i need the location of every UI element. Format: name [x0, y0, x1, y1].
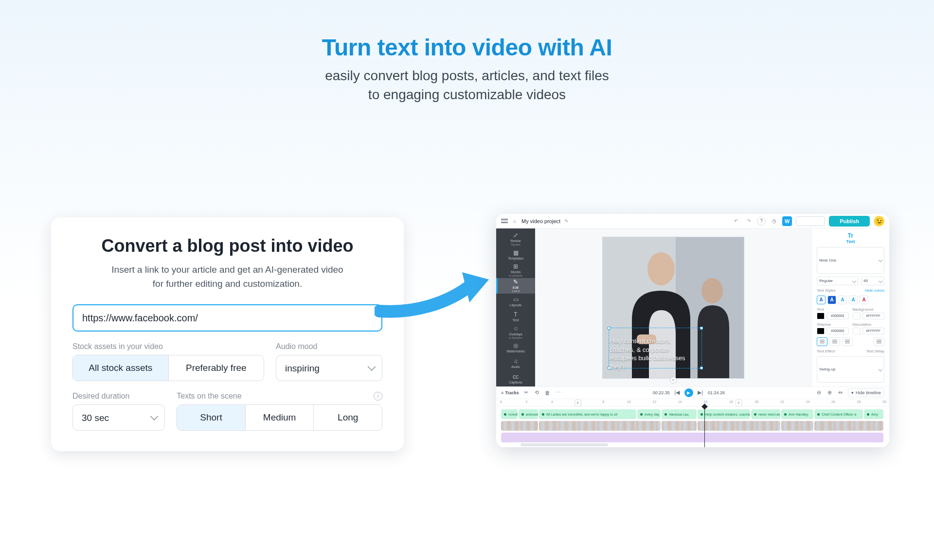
sidebar-item-resize[interactable]: ⤢ResizeSquare: [496, 231, 535, 247]
project-name[interactable]: My video project: [521, 218, 560, 224]
svg-point-4: [701, 278, 723, 303]
zoom-out-icon[interactable]: ⊖: [816, 389, 823, 396]
sidebar-item-stocks[interactable]: ⊞Stocks& Uploads: [496, 262, 535, 278]
zoom-in-icon[interactable]: ⊕: [826, 389, 833, 396]
sidebar-item-watermarks[interactable]: ◎Watermarks: [496, 340, 535, 355]
menu-icon[interactable]: [501, 219, 508, 223]
add-clip-icon[interactable]: +: [575, 400, 581, 406]
rename-icon[interactable]: ✎: [564, 218, 568, 224]
feedback-icon[interactable]: 😉: [874, 216, 884, 227]
align-center-button[interactable]: [829, 337, 840, 346]
timeline-ruler[interactable]: 024681012141618202224262830: [496, 399, 889, 406]
size-select[interactable]: 80: [861, 277, 884, 285]
editor-canvas[interactable]: Help content creators, coaches, & corpor…: [535, 228, 811, 386]
text-effect-select[interactable]: Swing-up: [817, 356, 884, 383]
text-clip[interactable]: never need an: [751, 409, 780, 419]
workspace-button[interactable]: W: [782, 216, 792, 226]
hide-colors-link[interactable]: Hide colors: [865, 288, 884, 293]
add-element-icon[interactable]: +: [670, 377, 677, 384]
playhead[interactable]: [704, 406, 705, 447]
text-clip[interactable]: Chief Content Officer a: [814, 409, 863, 419]
current-time: 00:22.35: [653, 390, 670, 395]
sidebar-item-templates[interactable]: ▦Templates: [496, 247, 535, 262]
text-clip[interactable]: Ann Handley.: [781, 409, 813, 419]
text-clip[interactable]: Amy: [864, 409, 883, 419]
shadow-color-hex[interactable]: #000000: [826, 328, 849, 334]
info-icon[interactable]: i: [374, 392, 382, 401]
timeline-controls: ≡ Tracks ✂ ⟲ 🗑 ⋯ 00:22.35 |◀ ▶ ▶| 01:24.…: [496, 387, 889, 399]
decoration-color-hex[interactable]: #FFFFFF: [862, 328, 885, 334]
text-color-hex[interactable]: #000000: [826, 313, 849, 319]
style-swatch[interactable]: A: [849, 296, 858, 304]
duration-select[interactable]: 30 sec: [72, 404, 165, 431]
sidebar-item-captions[interactable]: ccCaptions: [496, 371, 535, 386]
timeline-body[interactable]: ncredibleacknowleAll Ladies are incredib…: [496, 406, 889, 447]
style-swatch[interactable]: A: [860, 296, 868, 304]
font-select[interactable]: Nixie One: [817, 247, 884, 274]
video-clip[interactable]: [662, 421, 697, 431]
text-clip[interactable]: every day: [637, 409, 661, 419]
video-clip[interactable]: [814, 421, 883, 431]
video-frame[interactable]: Help content creators, coaches, & corpor…: [603, 237, 744, 378]
text-clip[interactable]: acknowle: [519, 409, 538, 419]
stock-option-all[interactable]: All stock assets: [73, 355, 168, 381]
text-clip[interactable]: Help content creators, coaches: [698, 409, 750, 419]
workspace-dropdown[interactable]: [796, 216, 825, 226]
hide-timeline-toggle[interactable]: ▾ Hide timeline: [848, 388, 884, 397]
align-right-button[interactable]: [842, 337, 853, 346]
audio-track[interactable]: [501, 433, 884, 442]
add-clip-icon[interactable]: +: [736, 400, 742, 406]
style-swatch[interactable]: A: [827, 296, 836, 304]
skip-forward-icon[interactable]: ▶|: [697, 389, 704, 396]
sidebar-item-layouts[interactable]: ▭Layouts: [496, 294, 535, 309]
sidebar-item-audio[interactable]: ♫Audio: [496, 355, 535, 371]
sidebar-item-edit[interactable]: ✎Edit1:24.2: [496, 278, 535, 294]
style-swatch[interactable]: A: [817, 296, 826, 304]
home-icon[interactable]: ⌂: [512, 218, 518, 224]
article-url-input[interactable]: [72, 304, 382, 332]
video-clip[interactable]: [698, 421, 780, 431]
weight-select[interactable]: Regular: [817, 277, 858, 285]
texts-option-long[interactable]: Long: [313, 405, 382, 430]
publish-button[interactable]: Publish: [829, 216, 870, 227]
timeline-scrollbar[interactable]: [521, 443, 608, 446]
text-clip[interactable]: All Ladies are incredible, and we're hap…: [539, 409, 636, 419]
help-icon[interactable]: ?: [757, 217, 766, 226]
redo-icon[interactable]: ↷: [744, 217, 753, 226]
audio-mood-select[interactable]: inspiring: [276, 355, 382, 381]
sidebar-item-overlays[interactable]: ☆Overlays& Stickers: [496, 324, 535, 340]
canvas-text-overlay[interactable]: Help content creators, coaches, & corpor…: [610, 337, 701, 371]
list-button[interactable]: [874, 337, 884, 346]
fit-icon[interactable]: ⇔: [837, 389, 844, 396]
texts-option-short[interactable]: Short: [177, 405, 245, 430]
text-clip[interactable]: Vanessa Lau.: [662, 409, 697, 419]
text-align-group: [817, 337, 853, 346]
audio-clip[interactable]: [501, 433, 883, 442]
video-track[interactable]: [501, 421, 884, 431]
text-color-chip[interactable]: [817, 313, 825, 319]
undo-icon[interactable]: ↶: [732, 217, 740, 226]
sidebar-item-text[interactable]: TText: [496, 309, 535, 325]
tracks-label[interactable]: ≡ Tracks: [501, 390, 519, 395]
skip-back-icon[interactable]: |◀: [674, 389, 681, 396]
texts-option-medium[interactable]: Medium: [245, 405, 314, 430]
style-swatch[interactable]: A: [838, 296, 847, 304]
bg-color-chip[interactable]: [853, 313, 861, 319]
more-icon[interactable]: ⋯: [555, 389, 562, 396]
delete-icon[interactable]: 🗑: [544, 389, 551, 396]
video-clip[interactable]: [781, 421, 813, 431]
play-button[interactable]: ▶: [684, 388, 693, 397]
bg-color-hex[interactable]: #FFFFFF: [862, 313, 885, 319]
video-clip[interactable]: [539, 421, 661, 431]
align-left-button[interactable]: [817, 337, 827, 346]
video-clip[interactable]: [501, 421, 538, 431]
undo-tl-icon[interactable]: ⟲: [534, 389, 540, 396]
text-track[interactable]: ncredibleacknowleAll Ladies are incredib…: [501, 409, 884, 419]
history-icon[interactable]: ◷: [770, 217, 778, 226]
text-clip[interactable]: ncredible: [501, 409, 518, 419]
decoration-color-chip[interactable]: [853, 328, 861, 334]
text-properties-panel: Tr Text Nixie One Regular 80 Text Styles…: [811, 228, 889, 386]
shadow-color-chip[interactable]: [817, 328, 825, 334]
stock-option-free[interactable]: Preferably free: [168, 355, 264, 381]
cut-icon[interactable]: ✂: [523, 389, 530, 396]
